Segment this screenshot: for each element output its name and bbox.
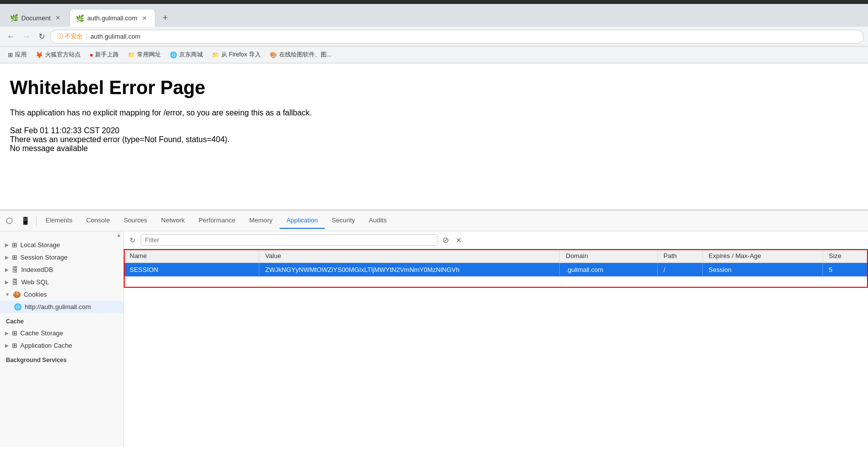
col-name: Name (124, 249, 259, 263)
bookmarks-bar: ⊞ 应用 🦊 火狐官方站点 ● 新手上路 📁 常用网址 🌐 京东商城 📁 从 F… (0, 47, 868, 63)
tab2-label: auth.gulimall.com (87, 14, 137, 22)
sidebar-scroll-indicator: ▲ (0, 231, 123, 239)
websql-icon: 🗄 (12, 278, 18, 286)
local-storage-grid-icon: ⊞ (12, 241, 17, 249)
table-row[interactable]: SESSION ZWJkNGYyNWMtOWZiYS00MGIxLTljMWYt… (124, 263, 868, 277)
devtools-body: ▲ ▶ ⊞ Local Storage ▶ ⊞ Session Storage … (0, 231, 868, 447)
tab1-label: Document (21, 14, 50, 22)
browser-tab-1[interactable]: 🌿 Document ✕ (4, 9, 68, 27)
sidebar-item-cookie-url[interactable]: 🌐 http://auth.gulimall.com (0, 301, 123, 313)
sidebar-item-app-cache[interactable]: ▶ ⊞ Application Cache (0, 339, 123, 352)
expand-arrow-cache: ▶ (5, 330, 9, 336)
row-name: SESSION (124, 263, 259, 277)
tab-performance[interactable]: Performance (192, 212, 242, 229)
title-bar (0, 0, 868, 4)
error-title: Whitelabel Error Page (10, 77, 858, 99)
devtools: ⬡ 📱 Elements Console Sources Network Per… (0, 210, 868, 447)
expand-arrow-cookies: ▼ (5, 292, 10, 297)
error-timestamp: Sat Feb 01 11:02:33 CST 2020 (10, 126, 858, 135)
col-path: Path (657, 249, 702, 263)
app-cache-icon: ⊞ (12, 342, 17, 349)
sidebar-item-local-storage[interactable]: ▶ ⊞ Local Storage (0, 239, 123, 251)
expand-arrow-indexed: ▶ (5, 267, 9, 272)
tab2-close[interactable]: ✕ (140, 14, 149, 23)
expand-arrow-session: ▶ (5, 255, 9, 260)
devtools-cursor-icon[interactable]: ⬡ (2, 214, 17, 227)
bookmark-drawing[interactable]: 🎨 在线绘图软件、图... (266, 49, 336, 60)
bookmark-jd[interactable]: 🌐 京东商城 (166, 49, 207, 60)
expand-arrow-local: ▶ (5, 242, 9, 248)
apps-icon: ⊞ (8, 52, 13, 58)
reload-button[interactable]: ↻ (36, 30, 48, 43)
common-icon: 📁 (128, 52, 135, 58)
cookies-icon: 🍪 (13, 291, 21, 298)
error-detail2: No message available (10, 144, 858, 153)
tab2-icon: 🌿 (76, 14, 84, 22)
expand-arrow-appcache: ▶ (5, 343, 9, 348)
row-size: 5 (822, 263, 868, 277)
error-detail1: There was an unexpected error (type=Not … (10, 135, 858, 144)
tab1-icon: 🌿 (10, 14, 18, 22)
sidebar-item-cookies[interactable]: ▼ 🍪 Cookies (0, 288, 123, 301)
session-storage-grid-icon: ⊞ (12, 254, 17, 261)
new-tab-button[interactable]: + (156, 9, 174, 27)
tab-audits[interactable]: Audits (362, 212, 393, 229)
page-content: Whitelabel Error Page This application h… (0, 63, 868, 210)
tab-sources[interactable]: Sources (117, 212, 154, 229)
row-expires: Session (702, 263, 822, 277)
firefox-icon: 🦊 (36, 52, 43, 58)
filter-input[interactable] (141, 234, 437, 246)
import-icon: 📁 (212, 52, 219, 58)
expand-arrow-websql: ▶ (5, 279, 9, 285)
sidebar-item-cache-storage[interactable]: ▶ ⊞ Cache Storage (0, 327, 123, 339)
row-path: / (657, 263, 702, 277)
row-value: ZWJkNGYyNWMtOWZiYS00MGIxLTljMWYtN2VmNmY0… (259, 263, 559, 277)
cookies-table: Name Value Domain Path (124, 249, 868, 277)
tab-network[interactable]: Network (154, 212, 192, 229)
tab-application[interactable]: Application (280, 212, 325, 229)
bookmark-newuser[interactable]: ● 新手上路 (86, 49, 123, 60)
cache-storage-icon: ⊞ (12, 329, 17, 337)
sidebar-item-websql[interactable]: ▶ 🗄 Web SQL (0, 276, 123, 288)
newuser-icon: ● (90, 52, 93, 58)
bookmark-firefox[interactable]: 🦊 火狐官方站点 (32, 49, 85, 60)
sidebar-item-session-storage[interactable]: ▶ ⊞ Session Storage (0, 251, 123, 263)
row-domain: .gulimall.com (560, 263, 657, 277)
url-separator: | (86, 33, 87, 40)
drawing-icon: 🎨 (270, 52, 277, 58)
devtools-tabbar: ⬡ 📱 Elements Console Sources Network Per… (0, 211, 868, 231)
col-domain: Domain (560, 249, 657, 263)
tab1-close[interactable]: ✕ (53, 13, 62, 22)
col-value: Value (259, 249, 559, 263)
table-header: Name Value Domain Path (124, 249, 868, 263)
table-area: Name Value Domain Path (124, 249, 868, 447)
nav-bar: ← → ↻ ⓘ 不安全 | auth.gulimall.com (0, 27, 868, 47)
sidebar-item-indexeddb[interactable]: ▶ 🗄 IndexedDB (0, 263, 123, 276)
col-size: Size (822, 249, 868, 263)
tab-elements[interactable]: Elements (39, 212, 79, 229)
back-button[interactable]: ← (4, 30, 18, 43)
browser-tab-2[interactable]: 🌿 auth.gulimall.com ✕ (69, 9, 155, 27)
error-description: This application has no explicit mapping… (10, 108, 858, 117)
devtools-device-icon[interactable]: 📱 (17, 214, 34, 227)
address-bar[interactable]: ⓘ 不安全 | auth.gulimall.com (50, 30, 864, 44)
security-indicator: ⓘ 不安全 (57, 32, 83, 41)
close-filter-button[interactable]: ✕ (454, 235, 464, 245)
bookmark-apps[interactable]: ⊞ 应用 (4, 49, 31, 60)
devtools-tab-separator (36, 216, 37, 226)
devtools-main: ↻ ⊘ ✕ Name (124, 231, 868, 447)
cookie-url-icon: 🌐 (14, 303, 22, 311)
bookmark-common[interactable]: 📁 常用网址 (124, 49, 165, 60)
browser-chrome: 🌿 Document ✕ 🌿 auth.gulimall.com ✕ + ← →… (0, 0, 868, 63)
jd-icon: 🌐 (170, 52, 177, 58)
tab-memory[interactable]: Memory (242, 212, 280, 229)
col-expires: Expires / Max-Age (702, 249, 822, 263)
tab-security[interactable]: Security (325, 212, 362, 229)
forward-button[interactable]: → (20, 30, 34, 43)
tab-console[interactable]: Console (79, 212, 117, 229)
devtools-sidebar: ▲ ▶ ⊞ Local Storage ▶ ⊞ Session Storage … (0, 231, 124, 447)
filter-bar: ↻ ⊘ ✕ (124, 231, 868, 249)
clear-filter-button[interactable]: ⊘ (440, 234, 451, 246)
bookmark-import[interactable]: 📁 从 Firefox 导入 (208, 49, 264, 60)
refresh-button[interactable]: ↻ (128, 235, 138, 245)
